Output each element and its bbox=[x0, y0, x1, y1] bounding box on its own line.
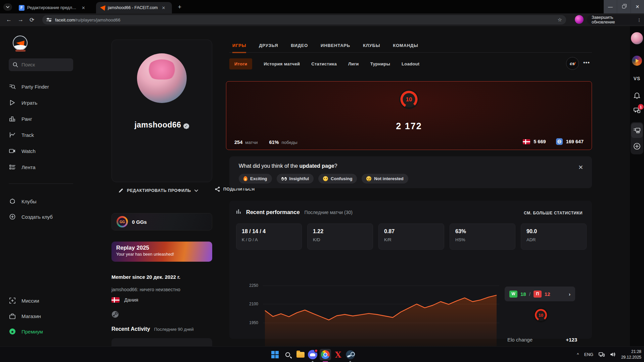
steam-button[interactable] bbox=[344, 349, 356, 360]
language-indicator[interactable]: ENG bbox=[584, 352, 593, 357]
network-icon[interactable] bbox=[599, 352, 605, 357]
sidebar-item-label: Клубы bbox=[21, 199, 37, 204]
tab-videos[interactable]: ВИДЕО bbox=[291, 43, 308, 53]
feedback-chip-not-interested[interactable]: Not interested bbox=[362, 174, 408, 184]
tab-games[interactable]: ИГРЫ bbox=[232, 43, 246, 53]
sidebar-item-shop[interactable]: Магазин bbox=[9, 312, 41, 320]
edit-profile-button[interactable]: РЕДАКТИРОВАТЬ ПРОФИЛЬ bbox=[118, 185, 205, 197]
restore-button[interactable] bbox=[617, 0, 630, 13]
browser-tab-1[interactable]: F Редактирование предложения ✕ bbox=[15, 2, 93, 13]
reload-button[interactable]: ⟳ bbox=[30, 16, 34, 23]
sidebar-item-party-finder[interactable]: Party Finder bbox=[9, 83, 49, 91]
file-explorer-button[interactable] bbox=[295, 349, 306, 360]
svg-text:10: 10 bbox=[406, 96, 412, 103]
more-options-button[interactable]: ••• bbox=[583, 60, 590, 66]
stat-card-kr: 0.87K/R bbox=[378, 223, 444, 250]
sidebar-item-rank[interactable]: Ранг bbox=[9, 115, 32, 123]
wins-count: 18 bbox=[520, 291, 526, 297]
recent-activity-title: Recent Activity bbox=[111, 326, 150, 332]
performance-header: Recent performance Последние матчи (30) bbox=[236, 209, 353, 215]
browser-profile-avatar[interactable] bbox=[575, 15, 584, 24]
tab-close-icon[interactable]: ✕ bbox=[80, 5, 87, 11]
cs2-game-icon[interactable]: cs/ bbox=[566, 57, 579, 70]
tab-clubs[interactable]: КЛУБЫ bbox=[363, 43, 380, 53]
tab-friends[interactable]: ДРУЗЬЯ bbox=[259, 43, 278, 53]
taskbar-clock[interactable]: 21:28 29.12.2025 bbox=[621, 349, 641, 360]
sidebar-item-create-club[interactable]: Создать клуб bbox=[9, 213, 53, 221]
feedback-chip-confusing[interactable]: Confusing bbox=[318, 174, 357, 184]
forward-button[interactable]: → bbox=[18, 16, 24, 23]
back-button[interactable]: ← bbox=[6, 16, 12, 23]
matches-count: 254 bbox=[234, 140, 242, 145]
subtab-match-history[interactable]: История матчей bbox=[264, 58, 300, 69]
hidden-icons-caret[interactable]: ^ bbox=[577, 352, 579, 357]
sidebar-item-label: Миссии bbox=[21, 298, 39, 304]
feedback-chip-exciting[interactable]: Exciting bbox=[239, 174, 272, 184]
discord-button[interactable] bbox=[307, 349, 318, 360]
sidebar-item-play[interactable]: Играть bbox=[9, 99, 37, 107]
user-avatar[interactable] bbox=[631, 32, 643, 44]
site-settings-icon[interactable] bbox=[46, 17, 52, 22]
subtab-leagues[interactable]: Лиги bbox=[348, 58, 359, 69]
svg-text:10: 10 bbox=[539, 313, 543, 318]
add-widget-button[interactable] bbox=[631, 140, 643, 153]
sidebar-item-track[interactable]: Track bbox=[9, 131, 34, 139]
recent-activity-header: Recent Activity Последние 90 дней bbox=[111, 326, 194, 332]
taskbar-search-button[interactable] bbox=[282, 349, 293, 360]
new-tab-button[interactable]: + bbox=[175, 3, 184, 11]
skill-level-10-icon: 10 bbox=[533, 307, 549, 324]
faceit-page: Party Finder Играть Ранг Track Watch Лен… bbox=[0, 26, 644, 346]
sidebar-item-premium[interactable]: ★ Премиум bbox=[9, 327, 43, 335]
close-button[interactable]: ✕ bbox=[631, 0, 644, 13]
tab-teams[interactable]: КОМАНДЫ bbox=[393, 43, 418, 53]
sidebar-item-missions[interactable]: Миссии bbox=[9, 297, 39, 305]
tab-inventory[interactable]: ИНВЕНТАРЬ bbox=[321, 43, 350, 53]
browser-tab-2[interactable]: jamshood66 - FACEIT.com ✕ bbox=[96, 2, 172, 13]
party-widget-button[interactable] bbox=[631, 123, 643, 138]
sidebar-search[interactable] bbox=[9, 58, 73, 71]
notifications-bell-icon[interactable] bbox=[634, 92, 640, 99]
club-avatar[interactable] bbox=[632, 56, 642, 66]
sidebar-item-feed[interactable]: Лента bbox=[9, 163, 36, 171]
chevron-right-icon[interactable]: › bbox=[569, 291, 570, 297]
sidebar-item-clubs[interactable]: Клубы bbox=[9, 197, 37, 205]
profile-avatar[interactable] bbox=[137, 53, 187, 103]
url-bar[interactable]: faceit.com/ru/players/jamshood66 ☆ bbox=[42, 15, 566, 24]
gg25-badge-icon: GG bbox=[117, 216, 128, 227]
x-app-button[interactable]: X bbox=[332, 349, 344, 360]
faceit-logo[interactable] bbox=[13, 36, 28, 51]
subtab-loadout[interactable]: Loadout bbox=[402, 58, 419, 69]
see-more-stats-link[interactable]: СМ. БОЛЬШЕ СТАТИСТИКИ bbox=[524, 211, 583, 215]
edit-profile-label: РЕДАКТИРОВАТЬ ПРОФИЛЬ bbox=[127, 188, 191, 193]
subtab-statistics[interactable]: Статистика bbox=[311, 58, 337, 69]
pencil-icon bbox=[118, 188, 124, 193]
subtab-tournaments[interactable]: Турниры bbox=[370, 58, 390, 69]
win-loss-summary[interactable]: W 18 / П 12 › bbox=[505, 287, 575, 301]
elo-value: 2 172 bbox=[226, 121, 592, 132]
feedback-chip-insightful[interactable]: Insightful bbox=[277, 174, 314, 184]
finish-update-button[interactable]: Завершить обновление ⋮ bbox=[587, 15, 644, 25]
profile-status: jamshood66: ничего неизвестно bbox=[111, 287, 180, 292]
sidebar-item-label: Лента bbox=[21, 164, 36, 170]
replay-2025-banner[interactable]: Replay 2025 Your year has been unleashed… bbox=[111, 242, 212, 262]
stat-card-kda: 18 / 14 / 4K / D / A bbox=[236, 223, 302, 250]
minimize-button[interactable]: — bbox=[604, 0, 617, 13]
profile-name: jamshood66✓ bbox=[112, 120, 212, 130]
sidebar-item-watch[interactable]: Watch bbox=[9, 147, 36, 155]
right-rail: VS 1 bbox=[630, 26, 644, 346]
start-button[interactable] bbox=[269, 349, 281, 360]
steam-link[interactable] bbox=[111, 311, 119, 319]
gg-count-card[interactable]: GG 0 GGs bbox=[111, 213, 212, 230]
search-input[interactable] bbox=[21, 62, 65, 67]
pensive-face-emoji bbox=[366, 176, 371, 181]
denmark-flag-icon bbox=[523, 139, 530, 144]
chrome-button[interactable] bbox=[320, 349, 331, 360]
tab-search-chevron-icon[interactable] bbox=[3, 3, 12, 11]
close-icon[interactable]: ✕ bbox=[578, 164, 583, 171]
tab-close-icon[interactable]: ✕ bbox=[160, 5, 167, 11]
bookmark-star-icon[interactable]: ☆ bbox=[558, 17, 562, 23]
subtab-summary[interactable]: Итоги bbox=[229, 58, 252, 69]
browser-menu-icon[interactable]: ⋮ bbox=[637, 17, 641, 22]
speaker-icon[interactable] bbox=[610, 352, 616, 357]
vs-matchmaking-label[interactable]: VS bbox=[634, 76, 641, 81]
